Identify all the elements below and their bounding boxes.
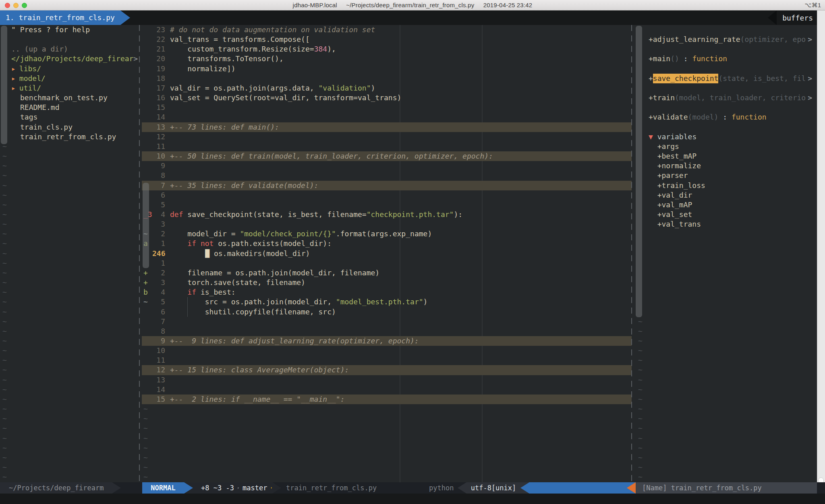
window-separator-right[interactable] — [631, 25, 632, 482]
code-line[interactable]: +3 torch.save(state, filename) — [142, 278, 632, 287]
code-line[interactable]: 12 — [142, 132, 632, 142]
tree-file[interactable]: README.md — [0, 103, 139, 112]
code-line[interactable]: 6 shutil.copyfile(filename, src) — [142, 307, 632, 317]
empty-line: ~ — [635, 355, 817, 365]
code-line[interactable]: 21 custom_transform.Resize(size=384), — [142, 44, 632, 54]
tagbar-blank-line — [635, 83, 817, 93]
encoding-powerline-arrow — [458, 482, 466, 494]
tree-updir[interactable]: .. (up a dir) — [0, 44, 139, 54]
code-line[interactable]: 10 — [142, 346, 632, 355]
tagbar-scrollbar[interactable] — [636, 26, 642, 317]
nerdtree-scrollbar[interactable] — [1, 26, 7, 144]
tab-train-retr-from-cls[interactable]: 1. train_retr_from_cls.py — [0, 10, 120, 25]
tree-file[interactable]: tags — [0, 112, 139, 122]
tagbar-blank-line — [635, 239, 817, 248]
folded-code-line[interactable]: 10+-- 50 lines: def train(model, train_l… — [142, 151, 632, 161]
code-line[interactable]: 19 normalize]) — [142, 64, 632, 74]
code-line[interactable]: _34def save_checkpoint(state, is_best, f… — [142, 210, 632, 219]
folded-code-line[interactable]: 15+-- 2 lines: if __name__ == "__main__"… — [142, 395, 632, 404]
code-line[interactable]: 7 — [142, 317, 632, 326]
tag-item[interactable]: +val_trans — [635, 219, 817, 229]
code-line[interactable]: 3 — [142, 219, 632, 229]
tag-item[interactable]: +best_mAP — [635, 151, 817, 161]
tag-item[interactable]: ▼ variables — [635, 132, 817, 142]
tag-item[interactable]: +val_dir — [635, 190, 817, 200]
code-line[interactable]: 8 — [142, 171, 632, 180]
code-line[interactable]: a1 if not os.path.exists(model_dir): — [142, 239, 632, 248]
tag-item[interactable]: +validate(model) : function — [635, 112, 817, 122]
code-line[interactable]: 15 — [142, 103, 632, 112]
fold-open-icon[interactable]: ▼ — [649, 132, 657, 142]
empty-line: ~ — [635, 326, 817, 336]
code-line[interactable]: b4 if is_best: — [142, 287, 632, 297]
code-line[interactable]: 13 — [142, 375, 632, 385]
empty-line: ~ — [142, 423, 632, 433]
dir-collapsed-icon[interactable]: ▸ — [11, 83, 16, 93]
code-text-area[interactable]: 23# do not do data augmentation on valid… — [142, 25, 632, 482]
empty-line: ~ — [0, 317, 139, 326]
command-line[interactable] — [0, 494, 825, 504]
statusline-cwd: ~/Projects/deep_firearm — [0, 482, 112, 494]
code-line[interactable]: +2 filename = os.path.join(model_dir, fi… — [142, 268, 632, 278]
code-line[interactable]: 11 — [142, 142, 632, 151]
tag-item[interactable]: +val_mAP — [635, 200, 817, 210]
tag-item[interactable]: +parser — [635, 171, 817, 180]
minimize-window-button[interactable] — [13, 3, 19, 8]
tag-item[interactable]: +train_loss — [635, 181, 817, 190]
code-line[interactable]: 23# do not do data augmentation on valid… — [142, 25, 632, 35]
code-line[interactable]: 16val_set = QuerySet(root=val_dir, trans… — [142, 93, 632, 103]
code-line[interactable]: 14 — [142, 112, 632, 122]
folded-code-line[interactable]: 13+-- 73 lines: def main(): — [142, 122, 632, 132]
empty-line: ~ — [635, 453, 817, 463]
code-line[interactable]: 246 █ os.makedirs(model_dir) — [142, 249, 632, 258]
code-line[interactable]: 20 transforms.ToTensor(), — [142, 54, 632, 64]
tree-dir[interactable]: ▸model/ — [0, 74, 139, 83]
tree-file[interactable]: train_retr_from_cls.py — [0, 132, 139, 142]
dir-collapsed-icon[interactable]: ▸ — [11, 74, 16, 83]
folded-code-line[interactable]: 7+-- 35 lines: def validate(model): — [142, 181, 632, 190]
code-line[interactable]: 11 — [142, 355, 632, 365]
code-line[interactable]: 5 — [142, 200, 632, 210]
folded-code-line[interactable]: 9+-- 9 lines: def adjust_learning_rate(o… — [142, 336, 632, 346]
code-window[interactable]: 23# do not do data augmentation on valid… — [142, 25, 632, 482]
nerdtree-window[interactable]: " Press ? for help.. (up a dir)</jdhao/P… — [0, 25, 139, 482]
tag-item[interactable]: +args — [635, 142, 817, 151]
tag-item[interactable]: +val_set — [635, 210, 817, 219]
tag-item[interactable]: +main() : function — [635, 54, 817, 64]
code-line[interactable]: 6 — [142, 190, 632, 200]
tagbar-window[interactable]: +adjust_learning_rate(optimizer, epo>+ma… — [635, 25, 817, 482]
window-separator-left[interactable] — [139, 25, 140, 482]
zoom-window-button[interactable] — [22, 3, 27, 8]
buffers-indicator[interactable]: buffers — [768, 10, 818, 25]
git-powerline-arrow — [272, 482, 281, 494]
tag-item[interactable]: +train(model, train_loader, criterio> — [635, 93, 817, 103]
tag-item[interactable]: +save_checkpoint(state, is_best, fil> — [635, 74, 817, 83]
code-line[interactable]: 14 — [142, 385, 632, 395]
code-line[interactable]: 8 — [142, 326, 632, 336]
code-scrollbar[interactable] — [143, 183, 149, 268]
code-line[interactable]: 1 — [142, 258, 632, 268]
tree-file[interactable]: benchmark_on_test.py — [0, 93, 139, 103]
dir-collapsed-icon[interactable]: ▸ — [11, 64, 16, 74]
tree-dir[interactable]: ▸libs/ — [0, 64, 139, 74]
code-line[interactable]: 18 — [142, 74, 632, 83]
empty-line: ~ — [0, 404, 139, 414]
empty-line: ~ — [0, 287, 139, 297]
tag-item[interactable]: +normalize — [635, 161, 817, 171]
tag-item[interactable]: +adjust_learning_rate(optimizer, epo> — [635, 35, 817, 44]
statusline: ~/Projects/deep_firearm NORMAL +8 ~3 -3 … — [0, 482, 825, 494]
tree-root[interactable]: </jdhao/Projects/deep_firear> — [0, 54, 139, 64]
code-line[interactable]: 17val_dir = os.path.join(args.data, "val… — [142, 83, 632, 93]
truncation-icon: > — [133, 54, 138, 64]
code-line[interactable]: ~5 src = os.path.join(model_dir, "model_… — [142, 297, 632, 307]
empty-line: ~ — [0, 346, 139, 355]
code-line[interactable]: 22val_trans = transforms.Compose([ — [142, 35, 632, 44]
close-window-button[interactable] — [5, 3, 10, 8]
code-line[interactable]: ~2 model_dir = "model/check_point/{}".fo… — [142, 229, 632, 239]
folded-code-line[interactable]: 12+-- 15 lines: class AverageMeter(objec… — [142, 365, 632, 375]
code-line[interactable]: 9 — [142, 161, 632, 171]
tree-dir[interactable]: ▸util/ — [0, 83, 139, 93]
tree-file[interactable]: train_cls.py — [0, 122, 139, 132]
empty-line: ~ — [142, 453, 632, 463]
right-scrollbar-track[interactable] — [817, 10, 825, 504]
